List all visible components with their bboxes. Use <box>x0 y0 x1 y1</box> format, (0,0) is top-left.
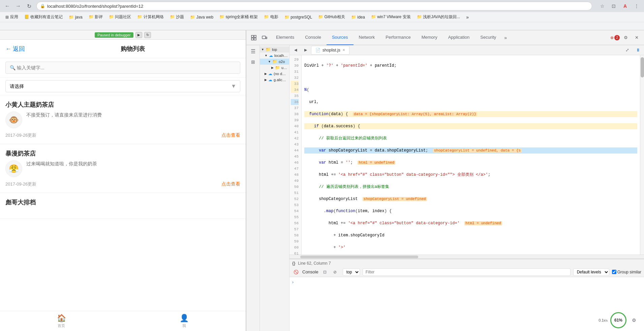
code-nav-forward-icon[interactable]: ▶ <box>301 45 310 55</box>
page-title: 购物列表 <box>25 45 240 53</box>
group-similar-checkbox[interactable]: Group similar <box>612 270 641 274</box>
paused-text: Paused in debugger <box>95 32 133 38</box>
tab-network[interactable]: Network <box>354 30 380 45</box>
console-filter-input[interactable] <box>363 268 571 276</box>
bookmark-github[interactable]: 📁 GitHub相关 <box>315 13 348 21</box>
console-filter-icon[interactable]: ⊡ <box>321 268 329 276</box>
close-devtools-icon[interactable]: ✕ <box>632 33 641 42</box>
paused-label: Paused in debugger <box>97 33 130 37</box>
error-badge-area: ⊗ 2 <box>610 35 620 40</box>
stats-text: 0.1k/s <box>599 318 608 322</box>
devtools-tabs: Elements Console Sources Network Perform… <box>271 30 609 45</box>
bookmark-films[interactable]: 📁 电影 <box>261 13 281 21</box>
tab-performance[interactable]: Performance <box>380 30 416 45</box>
address-bar[interactable]: 🔒 localhost:8080/o2o/frontend/shoplist?p… <box>36 2 592 10</box>
bookmark-postgresql[interactable]: 📁 postgreSQL <box>282 13 315 21</box>
tab-sources[interactable]: Sources <box>327 30 354 45</box>
bookmark-spring[interactable]: 📁 spring全家桶 框架 <box>217 13 260 21</box>
bookmark-network[interactable]: 📁 计算机网络 <box>134 13 166 21</box>
stats-value: 0.1k/s <box>599 318 608 322</box>
sidebar-panel-icon[interactable]: ☰ <box>248 46 258 56</box>
file-tree-item-localhost[interactable]: ▼ ☁ localhost:... <box>260 53 289 59</box>
bookmark-community[interactable]: 📁 问题社区 <box>106 13 134 21</box>
bookmark-javaweb[interactable]: 📁 Java web <box>187 13 216 21</box>
file-tree-item-upload[interactable]: ▶ 📁 upload/... <box>260 65 289 71</box>
bookmark-exercises[interactable]: 📁 沙题 <box>167 13 187 21</box>
code-horizontal-scrollbar[interactable] <box>289 255 644 259</box>
back-button-web[interactable]: ← 返回 <box>5 45 25 53</box>
tab-security[interactable]: Security <box>475 30 501 45</box>
file-tree-item-top[interactable]: ▼ 📁 top <box>260 46 289 53</box>
tree-label-nodomain: (no doma... <box>274 72 288 76</box>
devtools-settings-btn[interactable]: ⚙ <box>629 316 639 325</box>
devtools-right-icons: ⊗ 2 ⚙ ✕ <box>610 33 641 42</box>
resume-button[interactable]: ▶ <box>135 32 142 38</box>
code-line-41: .map(function(item, index) { <box>304 208 637 214</box>
tab-application[interactable]: Application <box>443 30 475 45</box>
arrow-alicdn-icon: ▶ <box>265 78 267 81</box>
code-vertical-scrollbar[interactable] <box>640 55 644 255</box>
shop-action[interactable]: 点击查看 <box>221 132 240 138</box>
menu-icon[interactable]: ⋮ <box>632 1 641 11</box>
forward-button[interactable]: → <box>13 1 23 11</box>
code-tab-bar: ◀ ▶ 📄 shoplist.js ✕ ⤢ ⏸ <box>289 45 644 55</box>
star-icon[interactable]: ☆ <box>597 1 607 11</box>
scroll-thumb[interactable] <box>641 57 644 77</box>
step-button[interactable]: ↻ <box>144 32 151 38</box>
file-tree-item-alicdn[interactable]: ▶ ☁ g.alicdn.c... <box>260 77 289 83</box>
code-nav-back-icon[interactable]: ◀ <box>291 45 300 55</box>
console-top-filter[interactable]: top <box>343 268 360 276</box>
tab-console[interactable]: Console <box>300 30 327 45</box>
tab-memory[interactable]: Memory <box>416 30 443 45</box>
shop-item: 小黄人主题奶茶店 🐵 不接受预订，请直接来店里进行消费 2017-09-26更新… <box>0 95 246 144</box>
bookmark-idea[interactable]: 📁 idea <box>348 13 368 21</box>
inspect-icon[interactable] <box>249 33 258 42</box>
code-editor-wrap: 29303132 33 34 35 36 37383940 41424344 4… <box>289 55 644 255</box>
nav-home[interactable]: 🏠 首页 <box>0 311 123 331</box>
code-lines: DivUrl + '?' + 'parentId=' + parentId; N… <box>302 55 640 255</box>
h-scroll-thumb[interactable] <box>300 256 418 258</box>
bookmark-java-gc[interactable]: 📁 浅析JAVA的垃圾回... <box>414 13 463 21</box>
group-similar-input[interactable] <box>612 270 616 274</box>
bookmark-youdao[interactable]: 📒 收藏到有道云笔记 <box>22 13 65 21</box>
shop-action[interactable]: 点击查看 <box>221 181 240 187</box>
cast-icon[interactable]: ⊡ <box>609 1 618 11</box>
error-count: 2 <box>614 35 620 40</box>
stats-bar: 0.1k/s 61% ⚙ <box>599 312 639 328</box>
settings-icon[interactable]: ⚙ <box>621 33 631 42</box>
console-level-select[interactable]: Default levels <box>573 268 609 276</box>
file-tree-item-o2o[interactable]: ▼ 📁 o2o <box>260 59 289 65</box>
bookmark-more[interactable]: » <box>463 13 471 21</box>
filter-select[interactable]: 请选择 <box>5 80 240 92</box>
console-clear-icon[interactable]: 🚫 <box>292 268 300 276</box>
nav-me[interactable]: 👤 我 <box>123 311 246 331</box>
more-tabs-icon[interactable]: » <box>503 34 508 42</box>
responsive-icon[interactable] <box>260 33 269 42</box>
svg-rect-0 <box>251 35 253 37</box>
search-input[interactable] <box>5 62 240 74</box>
tab-elements[interactable]: Elements <box>271 30 300 45</box>
expand-code-icon[interactable]: ⤢ <box>622 45 632 55</box>
file-tree-item-nodomain[interactable]: ▶ ☁ (no doma... <box>260 71 289 77</box>
back-button[interactable]: ← <box>3 1 12 11</box>
refresh-button[interactable]: ↻ <box>24 1 34 11</box>
bookmark-movie[interactable]: 📁 影评 <box>86 13 105 21</box>
line-numbers: 29303132 33 34 35 36 37383940 41424344 4… <box>289 55 302 255</box>
console-input[interactable] <box>295 280 641 285</box>
code-tab-shoplist[interactable]: 📄 shoplist.js ✕ <box>311 46 349 55</box>
bookmark-win7[interactable]: 📁 win7 VMware 安装 <box>368 13 413 21</box>
adblock-icon[interactable]: A <box>620 1 630 11</box>
console-settings-icon[interactable]: ⊘ <box>331 268 339 276</box>
folder-upload-icon: 📁 <box>275 65 280 70</box>
bookmark-java[interactable]: 📁 java <box>66 13 85 21</box>
bottom-nav: 🏠 首页 👤 我 <box>0 311 246 331</box>
line-col-text: Line 62, Column 7 <box>298 261 331 266</box>
bookmark-apps[interactable]: ⊞ 应用 <box>3 13 21 21</box>
filter-row: 请选择 ▼ <box>0 77 246 95</box>
add-source-icon[interactable]: ⊞ <box>248 57 258 67</box>
close-tab-icon[interactable]: ✕ <box>342 48 345 52</box>
pause-debugger-icon[interactable]: ⏸ <box>633 45 643 55</box>
main-layout: Paused in debugger ▶ ↻ ← 返回 购物列表 请选择 <box>0 30 644 331</box>
code-content[interactable]: 29303132 33 34 35 36 37383940 41424344 4… <box>289 55 640 255</box>
code-scroll-area: 29303132 33 34 35 36 37383940 41424344 4… <box>289 55 640 255</box>
